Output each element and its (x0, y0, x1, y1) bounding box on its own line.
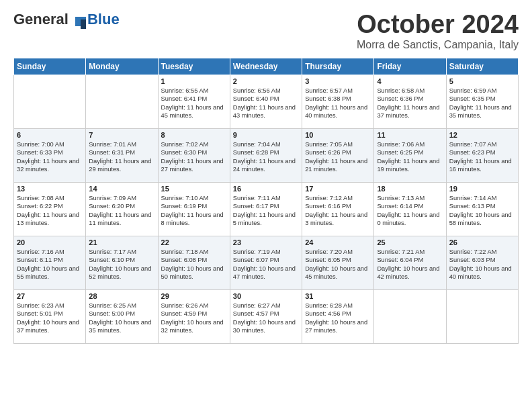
calendar-cell: 19Sunrise: 7:14 AM Sunset: 6:13 PM Dayli… (446, 182, 518, 236)
day-number: 21 (89, 238, 154, 246)
calendar-cell: 8Sunrise: 7:02 AM Sunset: 6:30 PM Daylig… (158, 128, 230, 182)
day-info: Sunrise: 7:12 AM Sunset: 6:16 PM Dayligh… (305, 194, 371, 228)
calendar-cell: 25Sunrise: 7:21 AM Sunset: 6:04 PM Dayli… (374, 236, 446, 289)
calendar-body: 1Sunrise: 6:55 AM Sunset: 6:41 PM Daylig… (14, 75, 519, 343)
calendar-week-row: 13Sunrise: 7:08 AM Sunset: 6:22 PM Dayli… (14, 182, 519, 236)
calendar-cell: 24Sunrise: 7:20 AM Sunset: 6:05 PM Dayli… (302, 236, 374, 289)
calendar-cell: 5Sunrise: 6:59 AM Sunset: 6:35 PM Daylig… (446, 75, 518, 128)
calendar-cell (14, 75, 86, 128)
calendar-cell: 27Sunrise: 6:23 AM Sunset: 5:01 PM Dayli… (14, 289, 86, 343)
day-number: 7 (89, 131, 154, 139)
day-number: 13 (17, 185, 83, 193)
day-info: Sunrise: 6:56 AM Sunset: 6:40 PM Dayligh… (233, 87, 299, 120)
day-number: 6 (17, 131, 83, 139)
day-number: 30 (233, 292, 299, 300)
calendar-cell: 4Sunrise: 6:58 AM Sunset: 6:36 PM Daylig… (374, 75, 446, 128)
header-day-wednesday: Wednesday (230, 58, 302, 75)
day-info: Sunrise: 6:57 AM Sunset: 6:38 PM Dayligh… (305, 87, 371, 120)
day-number: 2 (233, 77, 299, 85)
logo-icon (70, 13, 86, 26)
day-number: 3 (305, 77, 371, 85)
calendar-cell: 7Sunrise: 7:01 AM Sunset: 6:31 PM Daylig… (86, 128, 158, 182)
day-info: Sunrise: 7:21 AM Sunset: 6:04 PM Dayligh… (377, 248, 443, 281)
svg-marker-1 (81, 19, 86, 29)
calendar-cell: 18Sunrise: 7:13 AM Sunset: 6:14 PM Dayli… (374, 182, 446, 236)
day-number: 11 (377, 131, 443, 139)
day-number: 18 (377, 185, 443, 193)
day-info: Sunrise: 7:07 AM Sunset: 6:23 PM Dayligh… (449, 140, 515, 174)
day-info: Sunrise: 7:19 AM Sunset: 6:07 PM Dayligh… (233, 248, 299, 281)
day-info: Sunrise: 7:17 AM Sunset: 6:10 PM Dayligh… (89, 248, 154, 281)
day-info: Sunrise: 7:06 AM Sunset: 6:25 PM Dayligh… (377, 140, 443, 174)
calendar-cell: 22Sunrise: 7:18 AM Sunset: 6:08 PM Dayli… (158, 236, 230, 289)
day-number: 12 (449, 131, 515, 139)
calendar-week-row: 20Sunrise: 7:16 AM Sunset: 6:11 PM Dayli… (14, 236, 519, 289)
day-number: 19 (449, 185, 515, 193)
day-number: 22 (161, 238, 227, 246)
calendar-cell: 13Sunrise: 7:08 AM Sunset: 6:22 PM Dayli… (14, 182, 86, 236)
calendar-cell: 20Sunrise: 7:16 AM Sunset: 6:11 PM Dayli… (14, 236, 86, 289)
day-info: Sunrise: 7:00 AM Sunset: 6:33 PM Dayligh… (17, 140, 83, 174)
calendar-cell: 12Sunrise: 7:07 AM Sunset: 6:23 PM Dayli… (446, 128, 518, 182)
day-info: Sunrise: 7:05 AM Sunset: 6:26 PM Dayligh… (305, 140, 371, 174)
day-info: Sunrise: 7:20 AM Sunset: 6:05 PM Dayligh… (305, 248, 371, 281)
calendar-cell (374, 289, 446, 343)
day-info: Sunrise: 7:11 AM Sunset: 6:17 PM Dayligh… (233, 194, 299, 228)
calendar-week-row: 6Sunrise: 7:00 AM Sunset: 6:33 PM Daylig… (14, 128, 519, 182)
calendar-cell: 31Sunrise: 6:28 AM Sunset: 4:56 PM Dayli… (302, 289, 374, 343)
day-info: Sunrise: 7:16 AM Sunset: 6:11 PM Dayligh… (17, 248, 83, 281)
header-day-monday: Monday (86, 58, 158, 75)
calendar-cell: 14Sunrise: 7:09 AM Sunset: 6:20 PM Dayli… (86, 182, 158, 236)
header: General Blue October 2024 Morra de Sanct… (13, 11, 519, 51)
header-day-sunday: Sunday (14, 58, 86, 75)
day-number: 26 (449, 238, 515, 246)
calendar-week-row: 27Sunrise: 6:23 AM Sunset: 5:01 PM Dayli… (14, 289, 519, 343)
calendar-cell (86, 75, 158, 128)
calendar-cell: 29Sunrise: 6:26 AM Sunset: 4:59 PM Dayli… (158, 289, 230, 343)
day-info: Sunrise: 7:13 AM Sunset: 6:14 PM Dayligh… (377, 194, 443, 228)
calendar-cell: 15Sunrise: 7:10 AM Sunset: 6:19 PM Dayli… (158, 182, 230, 236)
logo-blue: Blue (87, 11, 120, 28)
calendar-cell: 6Sunrise: 7:00 AM Sunset: 6:33 PM Daylig… (14, 128, 86, 182)
day-info: Sunrise: 6:59 AM Sunset: 6:35 PM Dayligh… (449, 87, 515, 120)
header-day-friday: Friday (374, 58, 446, 75)
day-number: 14 (89, 185, 154, 193)
day-number: 23 (233, 238, 299, 246)
day-number: 31 (305, 292, 371, 300)
calendar-week-row: 1Sunrise: 6:55 AM Sunset: 6:41 PM Daylig… (14, 75, 519, 128)
day-info: Sunrise: 7:04 AM Sunset: 6:28 PM Dayligh… (233, 140, 299, 174)
day-number: 5 (449, 77, 515, 85)
calendar-cell: 16Sunrise: 7:11 AM Sunset: 6:17 PM Dayli… (230, 182, 302, 236)
day-number: 8 (161, 131, 227, 139)
title-area: October 2024 Morra de Sanctis, Campania,… (357, 11, 519, 51)
logo: General Blue (13, 11, 120, 28)
day-info: Sunrise: 7:22 AM Sunset: 6:03 PM Dayligh… (449, 248, 515, 281)
calendar-cell: 3Sunrise: 6:57 AM Sunset: 6:38 PM Daylig… (302, 75, 374, 128)
day-number: 9 (233, 131, 299, 139)
day-info: Sunrise: 6:25 AM Sunset: 5:00 PM Dayligh… (89, 302, 154, 335)
day-info: Sunrise: 6:27 AM Sunset: 4:57 PM Dayligh… (233, 302, 299, 335)
day-number: 15 (161, 185, 227, 193)
day-info: Sunrise: 7:14 AM Sunset: 6:13 PM Dayligh… (449, 194, 515, 228)
day-number: 27 (17, 292, 83, 300)
day-info: Sunrise: 6:26 AM Sunset: 4:59 PM Dayligh… (161, 302, 227, 335)
day-number: 4 (377, 77, 443, 85)
day-number: 29 (161, 292, 227, 300)
day-number: 24 (305, 238, 371, 246)
calendar-cell: 30Sunrise: 6:27 AM Sunset: 4:57 PM Dayli… (230, 289, 302, 343)
day-info: Sunrise: 7:10 AM Sunset: 6:19 PM Dayligh… (161, 194, 227, 228)
calendar-header-row: SundayMondayTuesdayWednesdayThursdayFrid… (14, 58, 519, 75)
day-number: 17 (305, 185, 371, 193)
day-number: 28 (89, 292, 154, 300)
header-day-saturday: Saturday (446, 58, 518, 75)
calendar-cell: 26Sunrise: 7:22 AM Sunset: 6:03 PM Dayli… (446, 236, 518, 289)
day-info: Sunrise: 7:08 AM Sunset: 6:22 PM Dayligh… (17, 194, 83, 228)
day-number: 25 (377, 238, 443, 246)
day-info: Sunrise: 6:55 AM Sunset: 6:41 PM Dayligh… (161, 87, 227, 120)
day-info: Sunrise: 7:09 AM Sunset: 6:20 PM Dayligh… (89, 194, 154, 228)
calendar-cell: 21Sunrise: 7:17 AM Sunset: 6:10 PM Dayli… (86, 236, 158, 289)
logo-general: General (13, 11, 69, 28)
location-title: Morra de Sanctis, Campania, Italy (357, 39, 519, 51)
day-info: Sunrise: 6:23 AM Sunset: 5:01 PM Dayligh… (17, 302, 83, 335)
day-info: Sunrise: 6:28 AM Sunset: 4:56 PM Dayligh… (305, 302, 371, 335)
